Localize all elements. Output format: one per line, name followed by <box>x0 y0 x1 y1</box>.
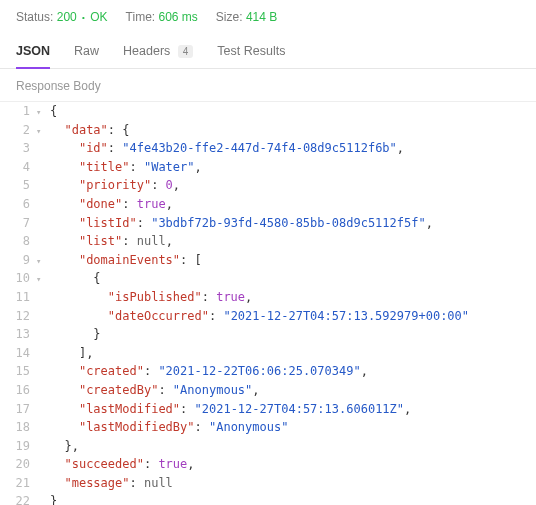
line-number: 20 <box>0 455 36 474</box>
line-number: 2 <box>0 121 36 140</box>
line-number: 14 <box>0 344 36 363</box>
line-number: 16 <box>0 381 36 400</box>
code-line: 2▾ "data": { <box>0 121 536 140</box>
code-line: 6 "done": true, <box>0 195 536 214</box>
code-content: "createdBy": "Anonymous", <box>50 381 536 400</box>
line-number: 6 <box>0 195 36 214</box>
code-content: "data": { <box>50 121 536 140</box>
time-block: Time: 606 ms <box>126 10 198 24</box>
status-block: Status: 200 • OK <box>16 10 108 24</box>
code-line: 17 "lastModified": "2021-12-27T04:57:13.… <box>0 400 536 419</box>
code-content: "isPublished": true, <box>50 288 536 307</box>
status-bar: Status: 200 • OK Time: 606 ms Size: 414 … <box>0 0 536 32</box>
line-number: 17 <box>0 400 36 419</box>
code-content: }, <box>50 437 536 456</box>
code-line: 21 "message": null <box>0 474 536 493</box>
line-number: 18 <box>0 418 36 437</box>
code-content: "listId": "3bdbf72b-93fd-4580-85bb-08d9c… <box>50 214 536 233</box>
size-block: Size: 414 B <box>216 10 277 24</box>
line-number: 8 <box>0 232 36 251</box>
code-line: 19 }, <box>0 437 536 456</box>
tab-raw[interactable]: Raw <box>74 38 99 68</box>
code-content: "message": null <box>50 474 536 493</box>
code-content: "title": "Water", <box>50 158 536 177</box>
code-content: "list": null, <box>50 232 536 251</box>
code-line: 14 ], <box>0 344 536 363</box>
size-label: Size: <box>216 10 243 24</box>
fold-toggle-icon[interactable]: ▾ <box>36 125 50 139</box>
code-line: 10▾ { <box>0 269 536 288</box>
line-number: 15 <box>0 362 36 381</box>
code-line: 13 } <box>0 325 536 344</box>
fold-toggle-icon[interactable]: ▾ <box>36 255 50 269</box>
code-line: 5 "priority": 0, <box>0 176 536 195</box>
code-line: 20 "succeeded": true, <box>0 455 536 474</box>
code-line: 15 "created": "2021-12-22T06:06:25.07034… <box>0 362 536 381</box>
code-content: "id": "4fe43b20-ffe2-447d-74f4-08d9c5112… <box>50 139 536 158</box>
line-number: 11 <box>0 288 36 307</box>
code-content: } <box>50 325 536 344</box>
line-number: 4 <box>0 158 36 177</box>
code-line: 3 "id": "4fe43b20-ffe2-447d-74f4-08d9c51… <box>0 139 536 158</box>
headers-count-badge: 4 <box>178 45 194 58</box>
line-number: 9 <box>0 251 36 270</box>
tab-headers-label: Headers <box>123 44 170 58</box>
status-dot-icon: • <box>82 13 85 22</box>
code-content: "succeeded": true, <box>50 455 536 474</box>
code-line: 4 "title": "Water", <box>0 158 536 177</box>
status-code: 200 <box>57 10 77 24</box>
code-line: 22} <box>0 492 536 505</box>
line-number: 5 <box>0 176 36 195</box>
code-content: } <box>50 492 536 505</box>
code-content: "done": true, <box>50 195 536 214</box>
size-value: 414 B <box>246 10 277 24</box>
line-number: 10 <box>0 269 36 288</box>
line-number: 21 <box>0 474 36 493</box>
code-content: ], <box>50 344 536 363</box>
fold-toggle-icon[interactable]: ▾ <box>36 106 50 120</box>
code-line: 18 "lastModifiedBy": "Anonymous" <box>0 418 536 437</box>
code-content: "created": "2021-12-22T06:06:25.070349", <box>50 362 536 381</box>
code-content: "domainEvents": [ <box>50 251 536 270</box>
code-content: { <box>50 269 536 288</box>
tab-json[interactable]: JSON <box>16 38 50 68</box>
code-content: "lastModifiedBy": "Anonymous" <box>50 418 536 437</box>
code-line: 7 "listId": "3bdbf72b-93fd-4580-85bb-08d… <box>0 214 536 233</box>
response-body-label: Response Body <box>0 69 536 101</box>
code-content: { <box>50 102 536 121</box>
code-line: 16 "createdBy": "Anonymous", <box>0 381 536 400</box>
time-value: 606 ms <box>158 10 197 24</box>
fold-toggle-icon[interactable]: ▾ <box>36 273 50 287</box>
code-line: 11 "isPublished": true, <box>0 288 536 307</box>
response-tabs: JSON Raw Headers 4 Test Results <box>0 32 536 69</box>
line-number: 1 <box>0 102 36 121</box>
code-content: "dateOccurred": "2021-12-27T04:57:13.592… <box>50 307 536 326</box>
line-number: 22 <box>0 492 36 505</box>
status-ok: OK <box>90 10 107 24</box>
code-content: "priority": 0, <box>50 176 536 195</box>
json-viewer[interactable]: 1▾{2▾ "data": {3 "id": "4fe43b20-ffe2-44… <box>0 101 536 505</box>
line-number: 7 <box>0 214 36 233</box>
line-number: 12 <box>0 307 36 326</box>
code-line: 9▾ "domainEvents": [ <box>0 251 536 270</box>
code-content: "lastModified": "2021-12-27T04:57:13.606… <box>50 400 536 419</box>
code-line: 8 "list": null, <box>0 232 536 251</box>
line-number: 3 <box>0 139 36 158</box>
time-label: Time: <box>126 10 156 24</box>
code-line: 12 "dateOccurred": "2021-12-27T04:57:13.… <box>0 307 536 326</box>
code-line: 1▾{ <box>0 102 536 121</box>
tab-test-results[interactable]: Test Results <box>217 38 285 68</box>
tab-headers[interactable]: Headers 4 <box>123 38 193 68</box>
status-label: Status: <box>16 10 53 24</box>
line-number: 19 <box>0 437 36 456</box>
line-number: 13 <box>0 325 36 344</box>
